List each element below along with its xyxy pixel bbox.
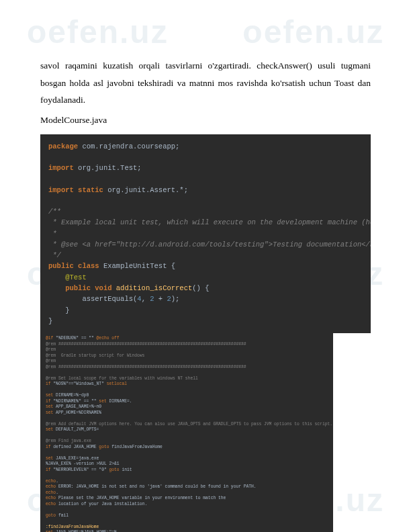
code-text: JAVA_EXE=java.exe: [53, 456, 99, 461]
code-text: ,: [142, 295, 150, 303]
code-keyword: echo: [46, 502, 56, 506]
code-keyword: public void: [48, 284, 112, 292]
code-comment: * @see <a href="http://d.android.com/too…: [48, 240, 371, 249]
code-text: }: [48, 306, 70, 314]
code-keyword: package: [48, 142, 78, 150]
code-comment: @rem Gradle startup script for Windows: [46, 353, 144, 358]
code-text: com.rajendra.courseapp;: [78, 142, 179, 150]
code-annotation: @Test: [48, 273, 87, 281]
code-text: location of your Java installation.: [56, 502, 147, 506]
code-method: addition_isCorrect: [112, 284, 193, 292]
code-text: }: [48, 317, 52, 325]
code-text: org.junit.Test;: [74, 164, 142, 172]
code-keyword: public class: [48, 262, 99, 270]
code-text: "%DEBUG%" == "": [53, 336, 96, 341]
java-code-block: package com.rajendra.courseapp; import o…: [40, 134, 371, 334]
code-text: assertEquals(: [48, 295, 137, 303]
code-keyword: import static: [48, 186, 103, 194]
code-keyword: goto: [46, 513, 56, 518]
code-blank: [46, 450, 48, 455]
code-keyword: import: [48, 164, 74, 172]
code-text: APP_HOME=%DIRNAME%: [53, 410, 101, 415]
code-comment: @rem Find java.exe: [46, 439, 91, 443]
code-keyword: @echo off: [97, 336, 120, 341]
code-blank: [48, 197, 52, 205]
code-comment: @rem: [46, 347, 56, 352]
filename-label: ModelCourse.java: [40, 112, 371, 129]
code-keyword: if: [46, 382, 51, 386]
code-keyword: echo: [46, 479, 56, 484]
code-text: APP_BASE_NAME=%~n0: [53, 404, 101, 409]
code-blank: [46, 388, 48, 392]
code-label: :findJavaFromJavaHome: [46, 525, 99, 529]
code-blank: [46, 473, 48, 478]
code-text: ERROR: JAVA_HOME is not set and no 'java…: [56, 484, 257, 489]
code-text: "%OS%"=="Windows_NT": [51, 382, 107, 386]
code-comment: @rem ###################################…: [46, 342, 246, 347]
code-blank: [46, 507, 48, 512]
code-comment: /**: [48, 208, 61, 216]
code-text: DIRNAME=.: [107, 399, 132, 404]
code-text: init: [120, 468, 132, 472]
code-blank: [46, 370, 48, 375]
code-keyword: set: [46, 404, 53, 409]
code-blank: [48, 153, 52, 161]
code-text: );: [171, 295, 180, 303]
code-text: fail: [56, 513, 68, 518]
code-text: DEFAULT_JVM_OPTS=: [53, 427, 99, 432]
code-keyword: set: [46, 410, 53, 415]
code-text: DIRNAME=%~dp0: [53, 393, 89, 398]
code-keyword: @if: [46, 336, 53, 341]
code-comment: @rem Add default JVM options here. You c…: [46, 422, 332, 427]
code-keyword: set: [46, 393, 53, 398]
code-text: .: [56, 490, 58, 495]
code-text: findJavaFromJavaHome: [109, 445, 162, 449]
code-text: .: [56, 479, 58, 484]
code-keyword: echo: [46, 496, 56, 500]
paragraph-text: savol raqamini kuzatish orqali tasvirlar…: [40, 57, 371, 109]
code-comment: @rem Set local scope for the variables w…: [46, 376, 198, 381]
code-text: %JAVA_EXE% -version >NUL 2>&1: [46, 461, 120, 466]
code-text: Please set the JAVA_HOME variable in you…: [56, 496, 226, 500]
code-blank: [46, 416, 48, 420]
code-keyword: echo: [46, 490, 56, 495]
code-text: "%DIRNAME%" == "": [51, 399, 99, 404]
code-keyword: if: [46, 445, 51, 449]
code-comment: */: [48, 251, 61, 259]
code-blank: [48, 175, 52, 183]
document-content: savol raqamini kuzatish orqali tasvirlar…: [0, 0, 411, 532]
code-keyword: if: [46, 468, 51, 472]
code-text: defined JAVA_HOME: [51, 445, 99, 449]
code-keyword: setlocal: [107, 382, 127, 386]
code-comment: * Example local unit test, which will ex…: [48, 218, 371, 226]
code-text: +: [154, 295, 167, 303]
code-comment: *: [48, 230, 57, 238]
code-keyword: if: [46, 399, 51, 404]
code-keyword: set: [46, 456, 53, 461]
code-text: () {: [192, 284, 209, 292]
code-blank: [46, 433, 48, 438]
code-comment: @rem: [46, 359, 56, 363]
code-keyword: set: [99, 399, 106, 404]
code-keyword: goto: [99, 445, 109, 449]
code-text: ExampleUnitTest {: [99, 262, 175, 270]
code-comment: @rem ###################################…: [46, 365, 246, 369]
code-text: org.junit.Assert.*;: [103, 186, 188, 194]
code-blank: [46, 519, 48, 523]
code-text: "%ERRORLEVEL%" == "0": [51, 468, 109, 472]
batch-code-block: @if "%DEBUG%" == "" @echo off @rem #####…: [40, 333, 333, 532]
code-keyword: goto: [109, 468, 119, 472]
code-keyword: echo: [46, 484, 56, 489]
code-keyword: set: [46, 427, 53, 432]
